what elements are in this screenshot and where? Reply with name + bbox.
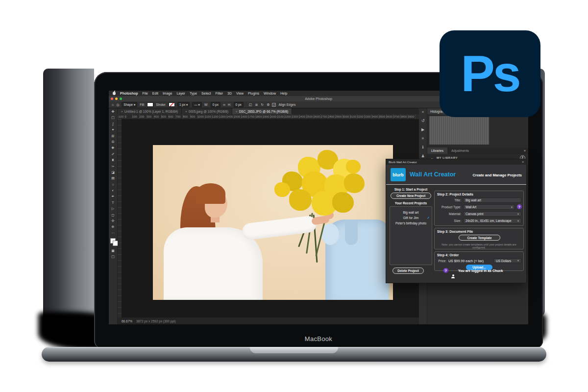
tool-icon[interactable]: ✥ (110, 110, 116, 114)
tool-mode-select[interactable]: Shape ▾ (122, 102, 137, 107)
menu-item[interactable]: Help (280, 92, 287, 95)
tool-icon[interactable]: ⊕ (110, 225, 116, 229)
width-field[interactable]: 0 px (211, 102, 220, 107)
ruler-label: 2900 (335, 114, 343, 119)
project-list-item[interactable]: Big wall art (390, 210, 432, 215)
menu-item[interactable]: Filter (216, 92, 223, 95)
panel-icon[interactable]: ♟ (421, 154, 424, 158)
product-type-label: Product Type: (436, 204, 461, 210)
price-label: Price: (436, 258, 446, 264)
panel-menu-icon[interactable]: ≡ (524, 149, 526, 152)
panel-icon[interactable]: ≡ (422, 136, 424, 141)
tool-icon[interactable]: ▷ (110, 207, 116, 211)
menu-item[interactable]: Select (201, 92, 211, 95)
menu-item-photoshop[interactable]: Photoshop (120, 92, 138, 95)
ruler-label: 3200 (357, 114, 364, 119)
logged-in-status: You are logged in as Chuck (458, 269, 503, 272)
tool-icon[interactable]: ✚ (110, 146, 116, 150)
stroke-swatch[interactable] (169, 102, 175, 107)
stroke-style-select[interactable]: — ▾ (192, 102, 202, 107)
menubar-items: FileEditImageLayerTypeSelectFilter3DView… (143, 92, 288, 95)
home-icon[interactable]: ⌂ (112, 103, 114, 106)
menu-item[interactable]: Layer (176, 92, 185, 95)
close-tab-icon[interactable]: × (185, 110, 187, 113)
fill-swatch[interactable] (147, 102, 153, 107)
currency-select[interactable]: US Dollars ▾ (493, 258, 521, 263)
project-list-item[interactable]: Gift for Jim ✓ (390, 215, 432, 220)
photo-arm (241, 215, 317, 241)
tool-icon[interactable]: ○ (110, 183, 116, 187)
tool-icon[interactable]: ✣ (110, 219, 116, 223)
tool-icon[interactable]: ✒ (110, 195, 116, 198)
height-field[interactable]: 0 px (234, 102, 244, 107)
title-input[interactable]: Big wall art (463, 197, 521, 203)
tool-icon[interactable]: ◻ (110, 213, 116, 217)
close-tab-icon[interactable]: × (236, 110, 238, 113)
help-icon[interactable]: ? (443, 268, 448, 273)
tool-icon[interactable]: ◐ (110, 189, 116, 193)
size-select[interactable]: 24x20 in., 61x51 cm, Landscape ▾ (463, 218, 521, 223)
options-icon[interactable]: ⚙ (267, 103, 270, 107)
tool-preset-icon[interactable]: ◎ (116, 103, 119, 107)
menu-item[interactable]: Window (264, 92, 276, 95)
menu-item[interactable]: Image (163, 92, 172, 95)
screen-mode-icon[interactable]: ▢ (110, 255, 116, 259)
menu-item[interactable]: Edit (152, 92, 158, 95)
menu-item[interactable]: Plugins (248, 92, 259, 95)
menu-item[interactable]: View (236, 92, 244, 95)
menu-item[interactable]: Type (190, 92, 197, 95)
tool-icon[interactable]: ▢ (110, 116, 116, 120)
tool-icon[interactable]: ⊞ (110, 134, 116, 138)
options-icons: ◱≣↻⚙ (249, 103, 270, 107)
tool-icon[interactable]: ✦ (110, 128, 116, 132)
link-dimensions-icon[interactable]: ∞ (223, 103, 225, 106)
options-icon[interactable]: ↻ (261, 103, 264, 107)
document-tab[interactable]: × Untitled-1 @ 100% (Layer 1, RGB/8#) (118, 108, 182, 114)
foreground-color-swatch[interactable] (110, 238, 116, 244)
material-select[interactable]: Canvas print ▾ (463, 211, 521, 217)
quick-mask-icon[interactable]: ▣ (110, 249, 116, 253)
align-edges-checkbox[interactable]: ✓ (272, 103, 276, 107)
tool-icon[interactable]: ◪ (110, 171, 116, 174)
dialog-menu-icon[interactable]: ≡ (522, 160, 524, 164)
tool-icon[interactable]: T (110, 201, 116, 205)
create-new-project-button[interactable]: Create New Project (391, 193, 431, 199)
ruler-label: 800 (183, 114, 190, 119)
tab-adjustments[interactable]: Adjustments (447, 147, 473, 154)
panel-icon[interactable]: ▶ (421, 127, 424, 132)
document-tab[interactable]: × DSC_2853.JPG @ 66.7% (RGB/8) (232, 108, 292, 114)
tool-icon[interactable]: ✇ (110, 140, 116, 144)
panel-icon[interactable]: ↺ (421, 119, 425, 123)
chevron-down-icon: ▾ (511, 205, 513, 209)
zoom-level[interactable]: 66.67% (122, 319, 132, 323)
height-label: H: (228, 103, 231, 106)
project-list-item[interactable]: Peter's birthday photo (390, 220, 432, 226)
help-icon[interactable]: ? (517, 204, 522, 209)
options-icon[interactable]: ≣ (255, 103, 258, 107)
product-type-select[interactable]: Wall Art ▾ (463, 204, 515, 210)
menu-item[interactable]: 3D (227, 92, 232, 95)
create-template-button[interactable]: Create Template (459, 235, 500, 241)
tab-libraries[interactable]: Libraries (427, 147, 447, 154)
apple-icon[interactable] (113, 92, 116, 95)
panel-icon[interactable]: « (422, 110, 424, 114)
document-tab[interactable]: × 0005.jpeg @ 100% (RGB/8) (182, 108, 232, 114)
delete-project-button[interactable]: Delete Project (392, 268, 424, 274)
dialog-titlebar[interactable]: Blurb Wall Art Creator ≡ (386, 159, 526, 165)
ruler-label: 1100 (205, 114, 212, 119)
ruler-label: 1400 (226, 114, 234, 119)
panel-icon[interactable]: ℹ (422, 145, 423, 149)
tool-icon[interactable]: ⋯ (110, 231, 116, 235)
stroke-width-field[interactable]: 1 px ▾ (177, 102, 190, 107)
tool-icon[interactable]: ▤ (110, 176, 116, 180)
ruler-label: 1300 (219, 114, 226, 119)
ruler-label: 3500 (379, 114, 386, 119)
tool-icon[interactable]: ʃ (110, 122, 116, 126)
tool-icon[interactable]: ♜ (110, 158, 116, 162)
menu-item[interactable]: File (143, 92, 148, 95)
tool-icon[interactable]: ✑ (110, 165, 116, 169)
ruler-label: 2400 (299, 114, 306, 119)
options-icon[interactable]: ◱ (249, 103, 252, 107)
close-tab-icon[interactable]: × (121, 110, 123, 113)
tool-icon[interactable]: ✐ (110, 152, 116, 156)
